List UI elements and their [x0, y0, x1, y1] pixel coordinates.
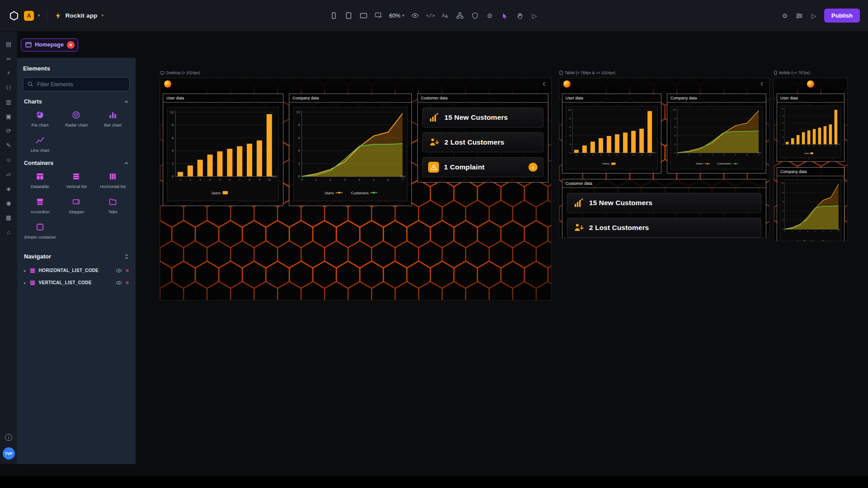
settings-gear-icon[interactable]: ⚙ — [486, 12, 494, 20]
artboard-desktop[interactable]: Desktop (> 1024px) ☾ User data — [160, 78, 552, 300]
svg-text:4: 4 — [783, 210, 783, 212]
mobile-preview-icon[interactable] — [330, 12, 338, 20]
profile-icon[interactable]: ◉ — [0, 196, 17, 210]
artboard-mobile[interactable]: Mobile (=< 767px) User data — [774, 78, 848, 241]
workflows-icon[interactable]: ⚡ — [0, 66, 17, 80]
user-bar-chart[interactable]: 024681012345678910DaysUsers — [167, 107, 279, 201]
shield-icon[interactable] — [471, 12, 479, 20]
charts-section-header[interactable]: Charts — [24, 99, 129, 105]
company-area-chart[interactable]: 024681001234567DayUsersCustomers — [670, 106, 763, 169]
builder-logo-icon[interactable] — [8, 10, 20, 22]
filter-elements-input[interactable] — [23, 77, 130, 91]
visibility-eye-icon[interactable] — [116, 280, 122, 286]
zoom-control[interactable]: 60% ▾ — [389, 13, 405, 19]
delete-icon[interactable]: × — [125, 267, 129, 274]
user-data-panel[interactable]: User data 024681012345678910DaysUsers — [562, 94, 661, 174]
element-datatable[interactable]: Datatable — [23, 172, 57, 189]
customer-data-panel[interactable]: Customer data 15 New Customers — [417, 94, 548, 183]
marketplace-icon[interactable]: ⌂ — [0, 225, 17, 239]
containers-section-header[interactable]: Containers — [24, 160, 129, 166]
company-area-chart[interactable]: 024681001234567DayUsersCustomers — [780, 179, 841, 241]
company-data-panel[interactable]: Company data 024681001234567DayUsersCust… — [289, 94, 412, 206]
customer-data-panel[interactable]: Customer data 15 New Customers — [562, 179, 766, 238]
element-accordion[interactable]: Accordion — [23, 197, 57, 214]
info-icon[interactable]: i — [5, 434, 12, 441]
svg-text:5: 5 — [219, 178, 221, 181]
company-area-chart[interactable]: 024681001234567DayUsersCustomers — [293, 107, 407, 201]
user-bar-chart[interactable]: 024681012345678910DaysUsers — [780, 106, 841, 158]
expand-chevron-icon[interactable]: ▸ — [24, 281, 26, 285]
run-play-icon[interactable]: ▷ — [530, 12, 538, 20]
svg-text:7: 7 — [625, 154, 626, 156]
link-icon[interactable]: ∞ — [0, 52, 17, 65]
assets-icon[interactable]: ▣ — [0, 109, 17, 123]
card-arrow-button[interactable]: › — [528, 163, 538, 172]
new-customers-card[interactable]: 15 New Customers — [422, 108, 543, 127]
preview-eye-icon[interactable] — [411, 12, 419, 20]
design-icon[interactable]: ✎ — [0, 138, 17, 152]
preview-play-icon[interactable]: ▷ — [810, 12, 818, 20]
new-customers-card[interactable]: 15 New Customers — [567, 193, 761, 213]
element-line-chart[interactable]: Line chart — [23, 136, 57, 153]
dark-mode-moon-icon[interactable]: ☾ — [542, 81, 547, 87]
desktop-preview-icon[interactable] — [359, 12, 368, 20]
user-data-panel[interactable]: User data 024681012345678910DaysUsers — [777, 94, 844, 162]
publish-button[interactable]: Publish — [824, 9, 860, 23]
variables-icon[interactable]: { } — [0, 80, 17, 94]
code-view-icon[interactable]: </> — [426, 12, 434, 20]
pages-icon[interactable]: ▤ — [0, 37, 17, 51]
svg-text:2: 2 — [700, 154, 701, 156]
delete-icon[interactable]: × — [125, 279, 129, 286]
lost-customers-card[interactable]: 2 Lost Customers — [422, 132, 543, 152]
svg-text:6: 6 — [298, 136, 300, 140]
navigator-item-vertical-list[interactable]: ▸ VERTICAL_LIST_CODE × — [23, 277, 130, 289]
collections-icon[interactable]: ▥ — [0, 95, 17, 108]
element-vertical-list[interactable]: Vertical list — [60, 172, 94, 189]
user-avatar[interactable]: TVP — [3, 447, 15, 460]
company-data-panel[interactable]: Company data 024681001234567DayUsersCust… — [777, 167, 844, 241]
canvas[interactable]: Desktop (> 1024px) ☾ User data — [136, 58, 868, 476]
sync-icon[interactable]: ⟳ — [0, 124, 17, 137]
workspace-caret-icon[interactable]: ▾ — [38, 14, 40, 18]
user-data-panel[interactable]: User data 024681012345678910DaysUsers — [163, 94, 283, 206]
tab-close-icon[interactable]: × — [67, 41, 75, 49]
artboard-tablet[interactable]: Tablet (> 768px & =< 1024px) ☾ User data — [559, 78, 769, 238]
preferences-sliders-icon[interactable] — [795, 12, 803, 20]
company-data-panel[interactable]: Company data 024681001234567DayUsersCust… — [667, 94, 766, 174]
users-icon[interactable]: ☺ — [0, 153, 17, 166]
svg-text:0: 0 — [298, 175, 300, 178]
hand-tool-icon[interactable] — [515, 12, 524, 20]
element-pie-chart[interactable]: Pie chart — [23, 110, 57, 127]
organization-icon[interactable]: ▦ — [0, 211, 17, 224]
element-radar-chart[interactable]: Radar chart — [60, 110, 94, 127]
translate-icon[interactable]: A — [441, 12, 449, 20]
tablet-preview-icon[interactable] — [344, 12, 353, 20]
svg-text:3: 3 — [797, 145, 798, 147]
dark-mode-moon-icon[interactable]: ☾ — [760, 81, 765, 87]
workspace-badge[interactable]: A — [24, 11, 34, 21]
breakpoints-icon[interactable] — [374, 12, 382, 20]
lost-customers-card[interactable]: 2 Lost Customers — [567, 218, 761, 238]
files-icon[interactable]: ▱ — [0, 167, 17, 181]
visibility-eye-icon[interactable] — [116, 267, 122, 274]
navigator-collapse-icon[interactable] — [124, 254, 129, 259]
zoom-level: 60% — [389, 13, 401, 19]
svg-text:8: 8 — [249, 178, 250, 181]
app-name-caret-icon[interactable]: ▾ — [102, 14, 104, 18]
navigator-item-horizontal-list[interactable]: ▸ HORIZONTAL_LIST_CODE × — [23, 264, 130, 277]
complaint-card[interactable]: 1 Complaint › — [422, 157, 543, 177]
user-bar-chart[interactable]: 024681012345678910DaysUsers — [566, 106, 658, 169]
svg-text:Day: Day — [401, 174, 406, 178]
sitemap-icon[interactable] — [456, 12, 464, 20]
tab-homepage[interactable]: Homepage × — [21, 38, 78, 52]
element-stepper[interactable]: Stepper — [60, 197, 94, 214]
element-simple-container[interactable]: Simple container — [23, 222, 57, 239]
app-name[interactable]: Rockit app — [66, 12, 98, 19]
element-bar-chart[interactable]: Bar chart — [96, 110, 130, 127]
app-settings-icon[interactable]: ⚙ — [781, 12, 789, 20]
element-tabs[interactable]: Tabs — [96, 197, 130, 214]
select-cursor-icon[interactable] — [500, 12, 509, 20]
plugins-icon[interactable]: ◈ — [0, 182, 17, 195]
element-horizontal-list[interactable]: Horizontal list — [96, 172, 130, 189]
expand-chevron-icon[interactable]: ▸ — [24, 268, 26, 273]
